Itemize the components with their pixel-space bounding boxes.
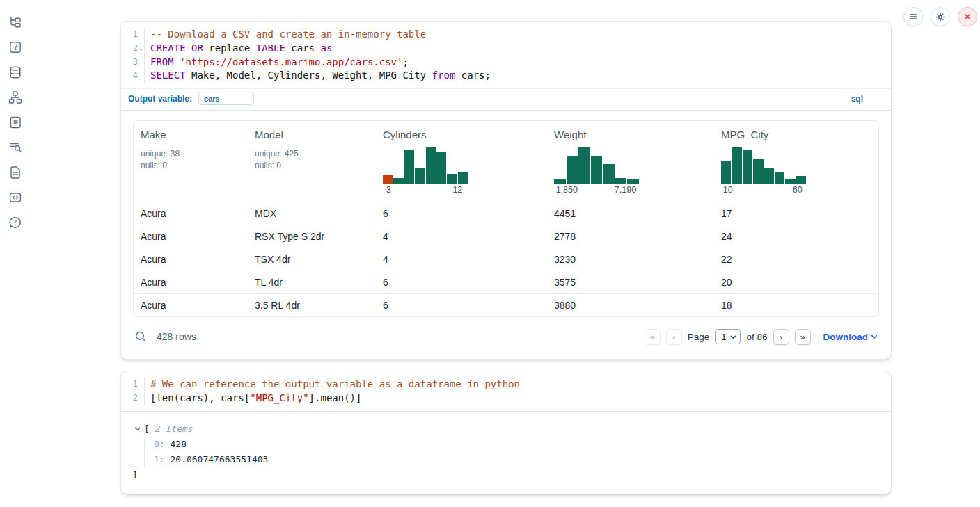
- open-bracket: [: [144, 421, 150, 437]
- column-name[interactable]: Cylinders: [383, 129, 427, 140]
- dependency-graph-icon[interactable]: [7, 89, 24, 106]
- histogram-bar: [753, 159, 763, 184]
- pagination: « ‹ Page 1 of 86 › » Download: [645, 329, 878, 345]
- table-cell: 20: [714, 277, 878, 288]
- column-name[interactable]: MPG_City: [721, 129, 768, 140]
- code-line: CREATE OR replace TABLE cars as: [150, 42, 891, 56]
- table-cell: 6: [376, 208, 547, 219]
- axis-min-label: 3: [386, 185, 391, 195]
- output-variable-input[interactable]: [198, 92, 254, 105]
- axis-max-label: 7,190: [615, 185, 636, 195]
- column-name[interactable]: Make: [141, 129, 166, 140]
- python-code-area[interactable]: # We can reference the output variable a…: [145, 378, 891, 405]
- histogram-bar: [554, 179, 566, 184]
- page-total: of 86: [746, 332, 767, 342]
- table-cell: 6: [376, 300, 547, 311]
- table-cell: TL 4dr: [248, 277, 376, 288]
- line-number: 1: [121, 28, 144, 42]
- svg-text:f: f: [14, 43, 19, 52]
- shutdown-close-icon[interactable]: [958, 7, 977, 26]
- document-icon[interactable]: [7, 164, 24, 181]
- page-label: Page: [688, 332, 710, 342]
- help-icon[interactable]: ?: [7, 214, 24, 231]
- axis-min-label: 1,850: [556, 185, 578, 195]
- table-cell: 24: [714, 231, 878, 242]
- code-line: FROM 'https://datasets.marimo.app/cars.c…: [150, 56, 891, 70]
- log-search-icon[interactable]: [7, 139, 24, 156]
- first-page-button[interactable]: «: [645, 329, 661, 345]
- function-icon[interactable]: f: [7, 39, 24, 56]
- menu-icon[interactable]: [903, 7, 923, 26]
- histogram-bar: [627, 179, 639, 184]
- sql-cell: 12⌄34 -- Download a CSV and create an in…: [120, 21, 892, 360]
- column-histogram: 1,8507,190: [554, 147, 639, 196]
- table-cell: 22: [714, 254, 878, 265]
- histogram-bar: [732, 147, 741, 184]
- code-line: SELECT Make, Model, Cylinders, Weight, M…: [150, 69, 891, 83]
- table-body: AcuraMDX6445117AcuraRSX Type S 2dr427782…: [134, 202, 878, 316]
- sql-code-area[interactable]: -- Download a CSV and create an in-memor…: [145, 28, 891, 83]
- code-line: [len(cars), cars["MPG_City"].mean()]: [150, 392, 891, 405]
- histogram-bar: [603, 164, 615, 184]
- database-icon[interactable]: [7, 64, 24, 81]
- table-cell: RSX Type S 2dr: [248, 231, 376, 242]
- table-cell: 2778: [547, 231, 714, 242]
- last-page-button[interactable]: »: [795, 329, 811, 345]
- chevron-down-icon: [730, 334, 736, 340]
- column-histogram: 312: [383, 147, 468, 196]
- table-cell: 3.5 RL 4dr: [248, 300, 376, 311]
- scroll-icon[interactable]: [7, 114, 24, 131]
- histogram-bar: [743, 150, 752, 184]
- collapse-chevron-icon[interactable]: [132, 424, 142, 434]
- table-cell: 18: [714, 300, 878, 311]
- table-row: Acura3.5 RL 4dr6388018: [134, 293, 878, 316]
- line-number: 1: [121, 378, 144, 392]
- sql-cell-output: Makeunique: 38nulls: 0Modelunique: 425nu…: [121, 110, 891, 359]
- column-header: Cylinders312: [376, 121, 547, 202]
- output-variable-label: Output variable:: [128, 94, 192, 104]
- line-number: 4: [121, 69, 144, 83]
- column-stats: unique: 38nulls: 0: [141, 148, 242, 172]
- table-cell: 3575: [547, 277, 714, 288]
- histogram-bar: [775, 172, 784, 184]
- page-select[interactable]: 1: [715, 329, 741, 344]
- table-cell: Acura: [134, 254, 248, 265]
- code-snippets-icon[interactable]: [7, 189, 24, 206]
- axis-max-label: 12: [452, 185, 462, 195]
- histogram-bar: [383, 175, 393, 184]
- histogram-bar: [721, 161, 731, 184]
- table-cell: 4: [376, 231, 547, 242]
- file-tree-icon[interactable]: [7, 14, 24, 31]
- table-cell: 4451: [547, 208, 714, 219]
- histogram-bar: [785, 179, 795, 184]
- histogram-bar: [404, 150, 414, 184]
- sql-editor: 12⌄34 -- Download a CSV and create an in…: [121, 22, 891, 88]
- sidebar: f ?: [0, 0, 31, 507]
- column-name[interactable]: Model: [255, 129, 283, 140]
- table-header-row: Makeunique: 38nulls: 0Modelunique: 425nu…: [134, 121, 878, 202]
- column-name[interactable]: Weight: [554, 129, 586, 140]
- fold-chevron-icon[interactable]: ⌄: [138, 42, 144, 56]
- table-row: AcuraRSX Type S 2dr4277824: [134, 225, 878, 248]
- next-page-button[interactable]: ›: [773, 329, 789, 345]
- settings-gear-icon[interactable]: [931, 7, 950, 26]
- previous-page-button[interactable]: ‹: [666, 329, 682, 345]
- column-stats: unique: 425nulls: 0: [255, 148, 370, 172]
- histogram-bar: [415, 168, 425, 184]
- row-count: 428 rows: [157, 331, 196, 342]
- svg-text:?: ?: [14, 219, 17, 226]
- histogram-bar: [615, 178, 627, 184]
- download-button[interactable]: Download: [823, 332, 878, 342]
- output-tree: [ 2 Items 0: 4281: 20.060747663551403 ]: [132, 421, 880, 483]
- table-cell: MDX: [248, 208, 376, 219]
- table-cell: Acura: [134, 300, 248, 311]
- table-footer: 428 rows « ‹ Page 1 of 86 › » Download: [133, 325, 879, 348]
- search-icon[interactable]: [134, 330, 147, 343]
- table-cell: 4: [376, 254, 547, 265]
- table-cell: Acura: [134, 277, 248, 288]
- language-badge[interactable]: sql: [851, 94, 863, 104]
- code-line: -- Download a CSV and create an in-memor…: [150, 28, 891, 42]
- notebook: 12⌄34 -- Download a CSV and create an in…: [120, 21, 892, 494]
- tree-children: 0: 4281: 20.060747663551403: [144, 437, 880, 467]
- column-header: Weight1,8507,190: [547, 121, 714, 202]
